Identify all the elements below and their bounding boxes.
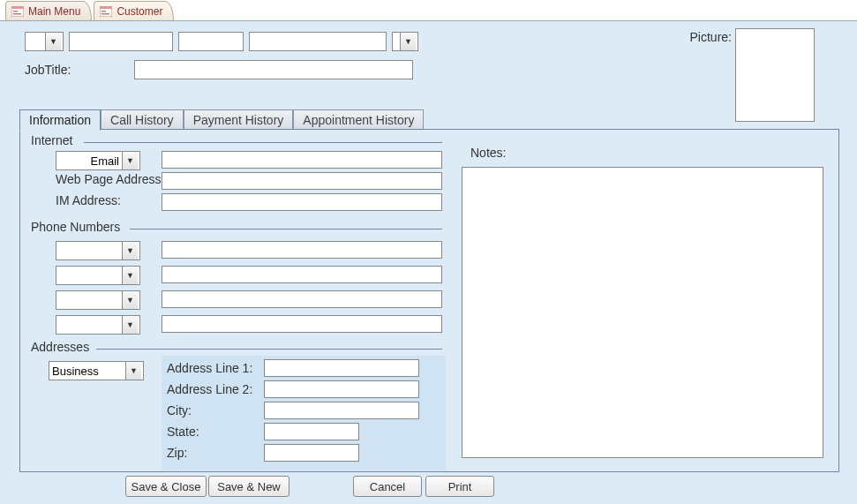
svg-rect-2 [13,11,18,12]
first-name-field[interactable] [69,32,173,51]
phone4-type-input[interactable] [56,316,122,334]
jobtitle-field[interactable] [134,60,413,79]
svg-rect-1 [11,6,24,9]
title-combo-input[interactable] [26,33,45,50]
phone-group-label: Phone Numbers [31,220,125,234]
address-zip-field[interactable] [264,444,359,462]
chevron-down-icon[interactable]: ▼ [122,291,138,309]
address-zip-label: Zip: [167,446,264,460]
tab-appointment-history[interactable]: Appointment History [293,109,424,130]
chevron-down-icon[interactable]: ▼ [45,33,61,50]
tab-payment-history-label: Payment History [193,113,284,127]
tab-information-label: Information [29,113,91,127]
address-city-label: City: [167,403,264,417]
address-state-label: State: [167,425,264,439]
phone3-field[interactable] [162,290,442,308]
form-canvas: ▼ ▼ JobTitle: Picture: Information Call … [0,21,857,504]
address-line1-field[interactable] [264,359,419,377]
email-type-combo-input[interactable] [56,152,122,169]
phone1-field[interactable] [162,241,442,259]
address-line2-field[interactable] [264,380,419,398]
picture-box[interactable] [735,28,815,122]
document-tab-bar: Main Menu Customer [0,0,857,21]
tab-main-menu[interactable]: Main Menu [5,1,92,20]
address-city-field[interactable] [264,402,419,419]
suffix-combo[interactable]: ▼ [392,32,418,51]
chevron-down-icon[interactable]: ▼ [122,267,138,284]
phone2-type-combo[interactable]: ▼ [56,266,140,285]
jobtitle-row: JobTitle: [25,60,413,79]
internet-group-line [84,142,442,143]
address-panel: Address Line 1: Address Line 2: City: St… [162,356,446,470]
webpage-field[interactable] [162,172,442,190]
tab-customer[interactable]: Customer [94,1,174,20]
title-combo[interactable]: ▼ [25,32,64,51]
email-type-combo[interactable]: ▼ [56,151,140,170]
phone4-field[interactable] [162,315,442,333]
phone1-type-input[interactable] [56,242,122,260]
svg-rect-6 [101,11,106,12]
last-name-field[interactable] [249,32,387,51]
address-line1-label: Address Line 1: [167,361,264,375]
phone3-type-combo[interactable]: ▼ [56,290,140,310]
im-label: IM Address: [56,193,162,207]
address-line2-label: Address Line 2: [167,382,264,396]
tab-page-information: Internet ▼ Web Page Address: IM Address:… [19,129,839,472]
chevron-down-icon[interactable]: ▼ [122,152,138,169]
inner-tab-strip: Information Call History Payment History… [19,106,424,129]
chevron-down-icon[interactable]: ▼ [122,316,138,334]
addresses-group-line [96,349,442,350]
tab-main-menu-label: Main Menu [28,5,80,18]
tab-appointment-history-label: Appointment History [303,113,414,127]
print-button[interactable]: Print [425,476,494,497]
tab-information[interactable]: Information [19,109,101,131]
tab-call-history[interactable]: Call History [101,109,184,130]
picture-label: Picture: [690,30,732,44]
form-icon [100,6,112,17]
address-state-field[interactable] [264,423,359,440]
tab-call-history-label: Call History [110,113,174,127]
im-field[interactable] [162,193,442,211]
notes-field[interactable] [462,167,823,458]
addresses-group-label: Addresses [31,340,94,354]
phone2-field[interactable] [162,266,442,283]
address-type-input[interactable] [49,362,125,380]
save-new-button[interactable]: Save & New [208,476,289,497]
phone2-type-input[interactable] [56,267,122,284]
middle-name-field[interactable] [178,32,244,51]
cancel-button[interactable]: Cancel [353,476,422,497]
form-icon [11,6,24,17]
address-type-combo[interactable]: ▼ [49,361,144,380]
notes-label: Notes: [470,146,506,160]
svg-rect-7 [101,13,109,15]
phone3-type-input[interactable] [56,291,122,309]
email-field[interactable] [162,151,442,169]
tab-payment-history[interactable]: Payment History [184,109,294,130]
internet-group-label: Internet [31,133,78,147]
chevron-down-icon[interactable]: ▼ [125,362,141,380]
phone-group-line [130,229,442,229]
svg-rect-5 [100,6,112,9]
webpage-label: Web Page Address: [56,172,170,186]
chevron-down-icon[interactable]: ▼ [122,242,138,260]
chevron-down-icon[interactable]: ▼ [400,33,416,50]
name-fields-row: ▼ ▼ [25,32,418,51]
button-bar: Save & Close Save & New Cancel Print [0,476,857,499]
save-close-button[interactable]: Save & Close [125,476,207,497]
suffix-combo-input[interactable] [393,33,400,50]
svg-rect-3 [13,13,21,15]
phone4-type-combo[interactable]: ▼ [56,315,140,335]
phone1-type-combo[interactable]: ▼ [56,241,140,260]
jobtitle-label: JobTitle: [25,63,134,77]
tab-customer-label: Customer [117,5,162,18]
